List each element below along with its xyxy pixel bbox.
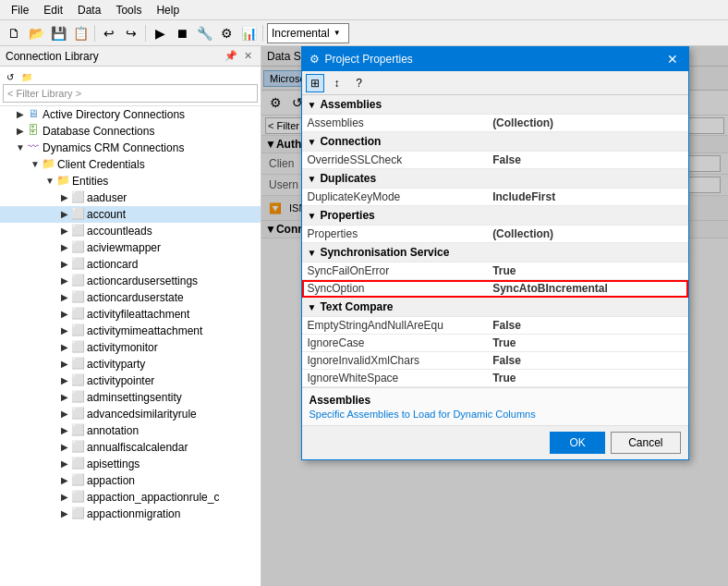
modal-close-button[interactable]: ✕ <box>664 51 681 67</box>
menu-help[interactable]: Help <box>149 2 187 18</box>
property-row[interactable]: ▼Duplicates <box>302 169 688 189</box>
menu-file[interactable]: File <box>4 2 36 18</box>
expand-icon[interactable]: ▼ <box>44 176 55 187</box>
property-row[interactable]: IgnoreWhiteSpaceTrue <box>302 370 688 387</box>
tree-item-appaction-rule[interactable]: ▶ ⬜ appaction_appactionrule_c <box>0 489 261 506</box>
tree-item-adminsettingsentity[interactable]: ▶ ⬜ adminsettingsentity <box>0 389 261 406</box>
expand-icon[interactable]: ▶ <box>59 309 70 320</box>
tree-item-appaction[interactable]: ▶ ⬜ appaction <box>0 472 261 489</box>
tree-item-client-cred[interactable]: ▼ 📁 Client Credentials <box>0 156 261 173</box>
expand-icon[interactable]: ▶ <box>15 126 26 137</box>
expand-icon[interactable]: ▶ <box>59 342 70 353</box>
expand-icon[interactable]: ▶ <box>59 359 70 370</box>
property-row[interactable]: SyncFailOnErrorTrue <box>302 262 688 280</box>
tree-item-activityparty[interactable]: ▶ ⬜ activityparty <box>0 356 261 372</box>
menu-tools[interactable]: Tools <box>108 2 149 18</box>
tree-item-annualfiscalcalendar[interactable]: ▶ ⬜ annualfiscalcalendar <box>0 439 261 456</box>
toolbar-btn-9[interactable]: 🔧 <box>194 23 214 43</box>
property-row[interactable]: Assemblies(Collection) <box>302 115 688 132</box>
tree-item-apisettings[interactable]: ▶ ⬜ apisettings <box>0 456 261 472</box>
props-sort-categoric-btn[interactable]: ⊞ <box>306 74 324 92</box>
toolbar-btn-10[interactable]: ⚙ <box>216 23 237 43</box>
property-row[interactable]: IgnoreInvalidXmlCharsFalse <box>302 352 688 370</box>
expand-icon[interactable]: ▶ <box>59 442 70 453</box>
add-folder-btn[interactable]: 📁 <box>19 69 34 84</box>
redo-btn[interactable]: ↪ <box>121 23 141 43</box>
expand-icon[interactable]: ▶ <box>59 409 70 420</box>
tree-item-active-dir[interactable]: ▶ 🖥 Active Directory Connections <box>0 106 261 123</box>
property-row[interactable]: ▼Connection <box>302 132 688 152</box>
expand-icon[interactable]: ▶ <box>59 259 70 270</box>
menu-edit[interactable]: Edit <box>36 2 70 18</box>
property-row[interactable]: Properties(Collection) <box>302 226 688 243</box>
pin-icon[interactable]: 📌 <box>224 49 238 64</box>
tree-item-account[interactable]: ▶ ⬜ account <box>0 206 261 223</box>
new-btn[interactable]: 🗋 <box>4 23 24 43</box>
tree-item-actioncardusersettings[interactable]: ▶ ⬜ actioncardusersettings <box>0 273 261 289</box>
entity-icon: ⬜ <box>70 473 85 488</box>
expand-icon[interactable]: ▶ <box>59 392 70 403</box>
expand-icon[interactable]: ▶ <box>59 492 70 503</box>
props-help-btn[interactable]: ? <box>350 74 369 92</box>
close-panel-icon[interactable]: ✕ <box>240 49 255 64</box>
save-btn[interactable]: 💾 <box>48 23 68 43</box>
tree-item-activitypointer[interactable]: ▶ ⬜ activitypointer <box>0 372 261 389</box>
tree-label: appaction_appactionrule_c <box>87 491 219 504</box>
expand-icon[interactable]: ▶ <box>59 325 70 336</box>
tree-item-aciviewmapper[interactable]: ▶ ⬜ aciviewmapper <box>0 239 261 256</box>
tree-item-dynamics-crm[interactable]: ▼ 〰 Dynamics CRM Connections <box>0 140 261 156</box>
undo-btn[interactable]: ↩ <box>99 23 119 43</box>
property-row[interactable]: ▼Text Compare <box>302 298 688 317</box>
expand-icon[interactable]: ▶ <box>59 275 70 287</box>
expand-icon[interactable]: ▶ <box>59 209 70 220</box>
tree-item-annotation[interactable]: ▶ ⬜ annotation <box>0 422 261 439</box>
incremental-dropdown[interactable]: Incremental ▼ <box>267 23 349 43</box>
tree-label: advancedsimilarityrule <box>87 408 197 421</box>
ok-button[interactable]: OK <box>550 432 605 454</box>
menu-data[interactable]: Data <box>70 2 108 18</box>
tree-item-activitymimeattachment[interactable]: ▶ ⬜ activitymimeattachment <box>0 323 261 339</box>
toolbar-btn-11[interactable]: 📊 <box>238 23 259 43</box>
toolbar-btn-7[interactable]: ▶ <box>150 23 170 43</box>
property-row[interactable]: EmptyStringAndNullAreEquFalse <box>302 317 688 335</box>
tree-item-actioncarduserstate[interactable]: ▶ ⬜ actioncarduserstate <box>0 289 261 306</box>
refresh-btn[interactable]: ↺ <box>3 69 18 84</box>
expand-icon[interactable]: ▶ <box>59 425 70 436</box>
expand-icon[interactable]: ▼ <box>15 142 26 153</box>
props-sort-alpha-btn[interactable]: ↕ <box>328 74 346 92</box>
property-row[interactable]: ▼Synchronisation Service <box>302 243 688 262</box>
tree-item-activityfileattachment[interactable]: ▶ ⬜ activityfileattachment <box>0 306 261 323</box>
property-row[interactable]: OverrideSSLCheckFalse <box>302 152 688 169</box>
property-row[interactable]: ▼Assemblies <box>302 95 688 115</box>
property-row[interactable]: SyncOptionSyncAtoBIncremental <box>302 280 688 298</box>
tree-item-actioncard[interactable]: ▶ ⬜ actioncard <box>0 256 261 273</box>
expand-icon[interactable]: ▶ <box>59 226 70 237</box>
main-content: Connection Library 📌 ✕ ↺ 📁 ▶ 🖥 <box>0 46 728 586</box>
tree-item-appactionmigration[interactable]: ▶ ⬜ appactionmigration <box>0 506 261 522</box>
expand-icon[interactable]: ▶ <box>59 242 70 253</box>
expand-icon[interactable]: ▶ <box>59 458 70 470</box>
expand-icon[interactable]: ▶ <box>15 109 26 120</box>
expand-icon[interactable]: ▶ <box>59 292 70 303</box>
property-row[interactable]: DuplicateKeyModeIncludeFirst <box>302 189 688 206</box>
open-btn[interactable]: 📂 <box>26 23 46 43</box>
expand-icon[interactable]: ▶ <box>59 475 70 486</box>
toolbar-btn-4[interactable]: 📋 <box>70 23 91 43</box>
tree-item-db-conn[interactable]: ▶ 🗄 Database Connections <box>0 123 261 140</box>
tree-item-activitymonitor[interactable]: ▶ ⬜ activitymonitor <box>0 339 261 356</box>
expand-icon[interactable]: ▶ <box>59 192 70 203</box>
tree-item-entities[interactable]: ▼ 📁 Entities <box>0 173 261 189</box>
expand-icon[interactable]: ▶ <box>59 375 70 386</box>
tree-item-accountleads[interactable]: ▶ ⬜ accountleads <box>0 223 261 239</box>
toolbar-btn-8[interactable]: ⏹ <box>172 23 192 43</box>
expand-icon[interactable]: ▶ <box>59 508 70 519</box>
property-row[interactable]: IgnoreCaseTrue <box>302 335 688 352</box>
property-row[interactable]: ▼Properties <box>302 206 688 226</box>
filter-input[interactable] <box>3 84 258 103</box>
cancel-button[interactable]: Cancel <box>611 432 680 454</box>
tree-item-advancedsimilarityrule[interactable]: ▶ ⬜ advancedsimilarityrule <box>0 406 261 422</box>
folder-icon: 📁 <box>41 157 55 172</box>
props-scroll-area[interactable]: ▼AssembliesAssemblies(Collection)▼Connec… <box>302 95 688 387</box>
tree-item-aaduser[interactable]: ▶ ⬜ aaduser <box>0 189 261 206</box>
expand-icon[interactable]: ▼ <box>30 159 41 170</box>
